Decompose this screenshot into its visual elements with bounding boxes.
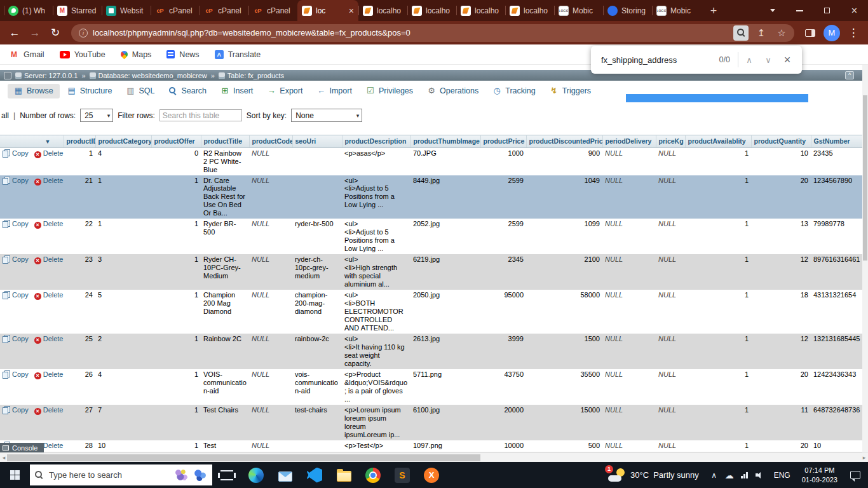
find-active-button[interactable] bbox=[733, 25, 749, 41]
pma-console-toggle[interactable]: Console bbox=[0, 443, 44, 452]
browser-tab[interactable]: localho bbox=[358, 0, 407, 21]
volume-icon[interactable] bbox=[752, 462, 768, 488]
scroll-right-arrow-icon[interactable]: ▸ bbox=[860, 454, 868, 462]
bookmark-gmail[interactable]: Gmail bbox=[9, 50, 44, 60]
browser-tab[interactable]: cPanel bbox=[151, 0, 200, 21]
filter-input[interactable] bbox=[159, 109, 242, 121]
bookmark-news[interactable]: News bbox=[166, 50, 199, 59]
actions-column-header[interactable]: ▼ bbox=[0, 135, 64, 148]
table-row[interactable]: CopyDelete2111Dr. Care Adjustable Back R… bbox=[0, 175, 868, 219]
taskbar-app-task-view[interactable] bbox=[212, 462, 241, 488]
network-icon[interactable] bbox=[737, 462, 752, 488]
language-indicator[interactable]: ENG bbox=[768, 471, 797, 480]
bookmark-youtube[interactable]: YouTube bbox=[60, 50, 105, 59]
pma-tab-insert[interactable]: Insert bbox=[214, 84, 259, 98]
column-header-GstNumber[interactable]: GstNumber bbox=[811, 135, 868, 148]
table-row[interactable]: CopyDelete2331Ryder CH-10PC-Grey-MediumN… bbox=[0, 254, 868, 290]
row-delete-link[interactable]: Delete bbox=[43, 406, 64, 414]
tab-search-button[interactable] bbox=[759, 0, 786, 21]
browser-tab[interactable]: cPanel bbox=[248, 0, 297, 21]
row-copy-link[interactable]: Copy bbox=[12, 406, 29, 414]
taskbar-app-xampp[interactable] bbox=[417, 462, 446, 488]
forward-button[interactable]: → bbox=[25, 24, 44, 43]
onedrive-cloud-icon[interactable]: ☁ bbox=[722, 462, 737, 488]
table-row[interactable]: CopyDelete2641VOIS-communication-aidNULL… bbox=[0, 369, 868, 405]
pma-tab-structure[interactable]: Structure bbox=[61, 84, 119, 98]
bookmark-translate[interactable]: Translate bbox=[215, 50, 261, 59]
row-delete-link[interactable]: Delete bbox=[43, 255, 64, 263]
browser-tab[interactable]: localho bbox=[505, 0, 554, 21]
minimize-button[interactable] bbox=[786, 0, 813, 21]
column-header-productID[interactable]: productID bbox=[64, 135, 95, 148]
browser-tab[interactable]: localho bbox=[407, 0, 456, 21]
pma-tab-sql[interactable]: SQL bbox=[119, 84, 161, 98]
taskbar-app-chrome[interactable] bbox=[358, 462, 388, 488]
row-copy-link[interactable]: Copy bbox=[12, 177, 29, 184]
column-header-priceKg[interactable]: priceKg bbox=[656, 135, 685, 148]
taskbar-app-vscode[interactable] bbox=[300, 462, 329, 488]
column-header-productCode[interactable]: productCode bbox=[249, 135, 292, 148]
taskbar-search-box[interactable]: Type here to search bbox=[30, 464, 212, 485]
row-delete-link[interactable]: Delete bbox=[43, 370, 64, 378]
column-header-productCategory[interactable]: productCategory bbox=[95, 135, 151, 148]
bookmark-star-icon[interactable]: ☆ bbox=[774, 27, 789, 39]
row-copy-link[interactable]: Copy bbox=[12, 335, 29, 342]
sort-key-select[interactable]: None▾ bbox=[291, 109, 362, 122]
taskbar-app-mail[interactable] bbox=[271, 462, 300, 488]
row-delete-link[interactable]: Delete bbox=[43, 291, 64, 299]
browser-tab[interactable]: loc× bbox=[297, 0, 358, 21]
row-delete-link[interactable]: Delete bbox=[43, 442, 64, 449]
bookmark-maps[interactable]: Maps bbox=[121, 50, 152, 59]
action-center-button[interactable] bbox=[843, 462, 868, 488]
side-panel-button[interactable] bbox=[801, 24, 820, 43]
row-copy-link[interactable]: Copy bbox=[12, 291, 29, 299]
horizontal-scrollbar[interactable]: ◂ ▸ bbox=[0, 452, 868, 462]
close-button[interactable]: × bbox=[841, 0, 868, 21]
maximize-button[interactable] bbox=[813, 0, 841, 21]
row-delete-link[interactable]: Delete bbox=[43, 177, 64, 184]
column-header-productDescription[interactable]: productDescription bbox=[342, 135, 410, 148]
breadcrumb-table-link[interactable]: Table: fx_products bbox=[219, 72, 284, 79]
find-next-button[interactable]: ∨ bbox=[759, 50, 778, 69]
menu-kebab-icon[interactable]: ⋮ bbox=[844, 24, 863, 43]
hidden-icons-button[interactable]: ∧ bbox=[707, 462, 722, 488]
pma-tab-browse[interactable]: Browse bbox=[8, 84, 60, 98]
share-icon[interactable]: ↥ bbox=[754, 27, 769, 39]
column-header-productDiscountedPrice[interactable]: productDiscountedPrice bbox=[526, 135, 602, 148]
taskbar-app-file-explorer[interactable] bbox=[329, 462, 358, 488]
table-row[interactable]: CopyDelete2771Test ChairsNULLtest-chairs… bbox=[0, 405, 868, 440]
column-header-productPrice[interactable]: productPrice bbox=[480, 135, 526, 148]
row-delete-link[interactable]: Delete bbox=[43, 220, 64, 227]
vertical-scrollbar-thumb[interactable] bbox=[863, 95, 867, 261]
column-options-arrow-icon[interactable]: ▼ bbox=[45, 139, 51, 145]
browser-tab[interactable]: (1) Wh bbox=[4, 0, 53, 21]
start-button[interactable] bbox=[0, 462, 30, 488]
browser-tab[interactable]: Mobic bbox=[652, 0, 701, 21]
table-row[interactable]: CopyDelete2211Ryder BR-500NULLryder-br-5… bbox=[0, 219, 868, 254]
column-header-periodDelivery[interactable]: periodDelivery bbox=[602, 135, 656, 148]
find-previous-button[interactable]: ∧ bbox=[740, 50, 759, 69]
taskbar-clock[interactable]: 07:14 PM 01-09-2023 bbox=[797, 466, 843, 484]
pma-tab-tracking[interactable]: Tracking bbox=[486, 84, 541, 98]
breadcrumb-server-link[interactable]: Server: 127.0.0.1 bbox=[15, 72, 78, 79]
pma-tab-search[interactable]: Search bbox=[162, 84, 213, 98]
vertical-scrollbar[interactable] bbox=[862, 65, 868, 452]
profile-avatar[interactable]: M bbox=[824, 25, 840, 41]
column-header-productThumbImage[interactable]: productThumbImage bbox=[410, 135, 480, 148]
tab-close-icon[interactable]: × bbox=[349, 6, 354, 15]
column-header-productTitle[interactable]: productTitle bbox=[201, 135, 249, 148]
new-tab-button[interactable]: + bbox=[705, 2, 722, 20]
scroll-top-button[interactable]: ^ bbox=[845, 71, 854, 79]
table-row[interactable]: CopyDelete2451Champion 200 Mag DiamondNU… bbox=[0, 290, 868, 334]
browser-tab[interactable]: cPanel bbox=[200, 0, 248, 21]
show-all-label-partial[interactable]: all bbox=[1, 111, 9, 120]
find-close-button[interactable]: × bbox=[778, 50, 797, 69]
pma-tab-export[interactable]: Export bbox=[261, 84, 309, 98]
column-header-seoUri[interactable]: seoUri bbox=[292, 135, 342, 148]
table-row[interactable]: CopyDelete2521Rainbow 2CNULLrainbow-2c<u… bbox=[0, 334, 868, 369]
browser-tab[interactable]: Websit bbox=[102, 0, 151, 21]
row-copy-link[interactable]: Copy bbox=[12, 149, 29, 157]
taskbar-app-edge[interactable] bbox=[241, 462, 271, 488]
table-row[interactable]: CopyDelete28101TestNULL<p>Test</p>1097.p… bbox=[0, 440, 868, 452]
taskbar-weather-widget[interactable]: 1 30°C Partly sunny bbox=[600, 468, 707, 483]
